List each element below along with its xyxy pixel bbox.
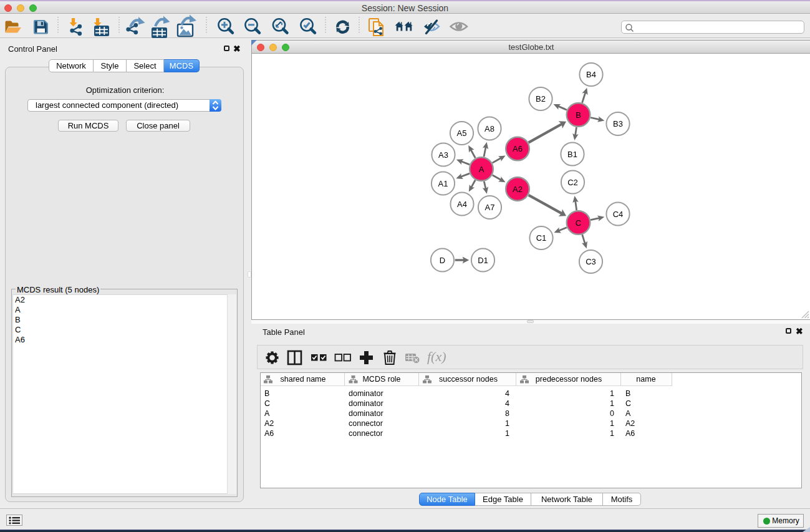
svg-text:A8: A8: [485, 124, 494, 133]
svg-text:B1: B1: [567, 150, 577, 159]
svg-text:B3: B3: [613, 119, 623, 128]
svg-text:B: B: [576, 110, 581, 120]
svg-text:C2: C2: [567, 178, 578, 187]
svg-text:A1: A1: [438, 179, 448, 188]
svg-text:D: D: [440, 256, 445, 265]
svg-text:A4: A4: [457, 200, 467, 209]
svg-text:B2: B2: [536, 94, 546, 104]
svg-text:A7: A7: [485, 203, 495, 212]
svg-text:A3: A3: [438, 150, 448, 160]
svg-text:C3: C3: [586, 257, 596, 266]
svg-text:C4: C4: [613, 210, 624, 219]
svg-text:D1: D1: [478, 256, 488, 265]
svg-text:A5: A5: [457, 128, 467, 138]
svg-text:A: A: [479, 165, 485, 174]
svg-text:C1: C1: [536, 233, 547, 243]
svg-text:A2: A2: [513, 185, 523, 194]
svg-text:C: C: [576, 218, 581, 228]
svg-text:B4: B4: [586, 70, 596, 79]
svg-text:A6: A6: [513, 144, 523, 153]
